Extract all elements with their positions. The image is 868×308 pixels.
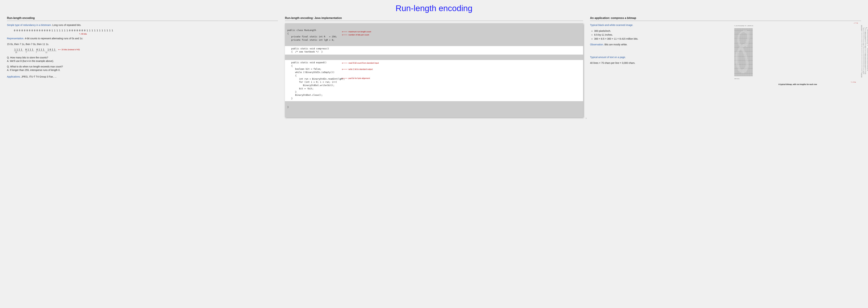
repr-example: 15 0s, then 7 1s, then 7 0s, then 11 1s. xyxy=(7,43,278,46)
code-box: public class RunLength { private final s… xyxy=(285,23,583,117)
nibble-0: 1111 xyxy=(14,48,23,51)
bullet-2: 300 × 8.5 × 300 × 11 = 8.415 million bit… xyxy=(594,37,731,41)
nibble-2: 0111 xyxy=(36,48,45,51)
annot-bits-per-count: number of bits per count xyxy=(348,34,369,36)
repr-text: 4-bit counts to represent alternating ru… xyxy=(24,37,83,40)
section-heading-left: Run-length encoding xyxy=(7,17,278,21)
intro-text: Long runs of repeated bits. xyxy=(52,24,81,26)
bitmap-rows: 00000000000000000000000000000000 0000000… xyxy=(734,28,861,77)
annot-pad-zeros: pad 0s for byte alignment xyxy=(348,77,370,79)
annot-max-run: maximum run-length count xyxy=(348,31,371,33)
left-column: Run-length encoding Simple type of redun… xyxy=(7,17,278,81)
arrow-icon xyxy=(342,35,347,35)
q2-answer: A. If longer than 255, intersperse runs … xyxy=(7,69,278,72)
obs-label: Observation. xyxy=(590,43,604,46)
nibble-label-2: 7 xyxy=(34,52,38,53)
nibble-label-1: 7 xyxy=(24,52,28,53)
obs-text: Bits are mostly white. xyxy=(604,43,627,46)
q1-question: Q. How many bits to store the counts? xyxy=(7,56,278,59)
nibble-label-3: 11 xyxy=(44,52,49,53)
code-compress: public static void compress() { /* see t… xyxy=(285,47,583,54)
typ-label: Typical black-and-white-scanned image. xyxy=(590,24,633,26)
q1-answer: A. We'll use 8 (but 4 in the example abo… xyxy=(7,60,278,62)
run-lengths: 32 32 15 7 / 10 12 15 5 10 4 4 9 5 8 4 7… xyxy=(861,25,868,78)
code-close: } xyxy=(285,106,583,109)
annot-read-count: read 8-bit count from standard input xyxy=(348,62,379,64)
annot-write-bit: write 1 bit to standard output xyxy=(348,68,373,70)
arrow-icon xyxy=(342,69,347,69)
bitmap-caption: A typical bitmap, with run lengths for e… xyxy=(734,83,861,85)
nibble-1: 0111 xyxy=(25,48,34,51)
bullet-0: 300 pixels/inch. xyxy=(594,29,731,33)
text-amount-label: Typical amount of text on a page. xyxy=(590,56,626,59)
section-heading-right: An application: compress a bitmap xyxy=(590,17,861,21)
bullet-1: 8.5-by-11 inches. xyxy=(594,33,731,37)
intro-label: Simple type of redundancy in a bitstream… xyxy=(7,24,52,26)
bitstring-display: 0000000000000001111111000000011111111111 xyxy=(14,29,278,32)
repr-label: Representation. xyxy=(7,37,24,40)
apps-label: Applications. xyxy=(7,75,21,78)
nibble-note: ⟵ 16 bits (instead of 40) xyxy=(58,49,80,51)
dump-command: % java BinaryDump 32 < q32x48.bin xyxy=(734,25,861,26)
note-40-bits: ↖ 40 bits xyxy=(79,33,87,35)
text-amount-calc: 40 lines × 75 chars per line = 3,000 cha… xyxy=(590,61,731,65)
bitmap-footer: 1536 bits xyxy=(734,78,861,79)
annot-17-zeros: ↖ 17 0s xyxy=(851,81,856,83)
page-title: Run-length encoding xyxy=(7,3,861,13)
code-expand: public static void expand() { boolean bi… xyxy=(285,61,583,100)
code-top: public class RunLength { private final s… xyxy=(285,29,583,42)
apps-text: JPEG, ITU-T T4 Group 3 Fax, … xyxy=(21,75,57,78)
right-column: An application: compress a bitmap Typica… xyxy=(590,17,861,85)
nibble-3: 1011 xyxy=(47,48,56,51)
page-number: 1 xyxy=(586,117,587,119)
bitmap-dump: % java BinaryDump 32 < q32x48.bin 000000… xyxy=(734,23,861,82)
middle-column: Run-length encoding: Java implementation… xyxy=(285,17,583,117)
section-heading-mid: Run-length encoding: Java implementation xyxy=(285,17,583,21)
nibble-label-0: 15 xyxy=(14,52,19,53)
q2-question: Q. What to do when run length exceeds ma… xyxy=(7,65,278,68)
